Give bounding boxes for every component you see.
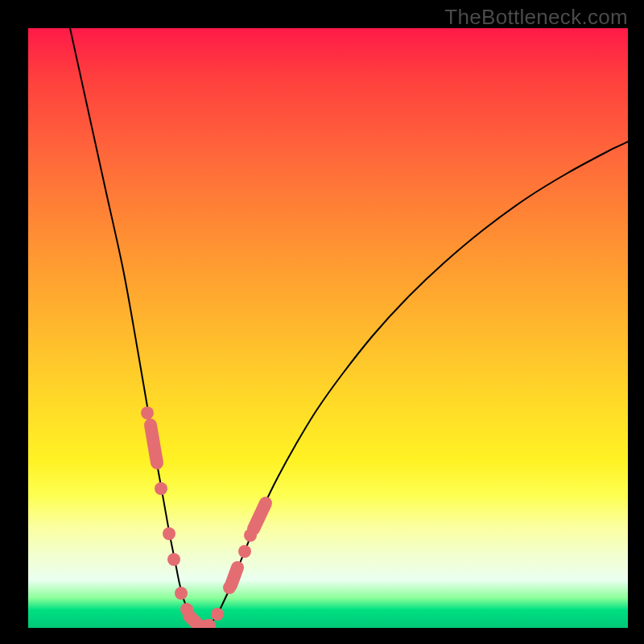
marker-dot	[223, 581, 236, 594]
watermark-text: TheBottleneck.com	[444, 5, 628, 30]
marker-dot	[180, 603, 193, 616]
marker-dot	[175, 587, 188, 600]
marker-dot	[167, 553, 180, 566]
bottleneck-curve-path	[70, 28, 628, 627]
marker-segment	[254, 503, 266, 529]
marker-dot	[244, 529, 257, 542]
marker-dot	[238, 545, 251, 558]
marker-segment	[151, 425, 157, 463]
marker-dot	[155, 482, 167, 495]
marker-group	[141, 407, 266, 628]
marker-dot	[141, 407, 154, 419]
chart-frame: TheBottleneck.com	[0, 0, 644, 644]
marker-dot	[211, 608, 224, 621]
marker-dot	[163, 527, 175, 540]
plot-area	[28, 28, 628, 628]
curve-overlay	[28, 28, 628, 628]
